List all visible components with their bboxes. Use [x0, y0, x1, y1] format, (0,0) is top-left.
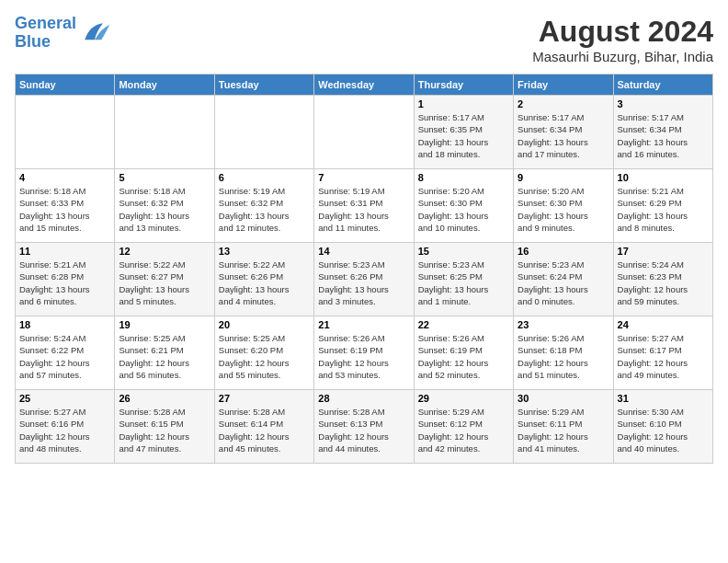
day-info: Sunrise: 5:28 AM Sunset: 6:14 PM Dayligh…	[219, 406, 310, 454]
day-cell: 21Sunrise: 5:26 AM Sunset: 6:19 PM Dayli…	[314, 316, 414, 390]
header-monday: Monday	[115, 75, 214, 96]
header-sunday: Sunday	[16, 75, 115, 96]
week-row-5: 25Sunrise: 5:27 AM Sunset: 6:16 PM Dayli…	[16, 390, 713, 464]
day-number: 27	[219, 393, 310, 404]
day-info: Sunrise: 5:26 AM Sunset: 6:18 PM Dayligh…	[518, 332, 609, 381]
header-thursday: Thursday	[414, 75, 513, 96]
title-block: August 2024 Masaurhi Buzurg, Bihar, Indi…	[532, 15, 713, 64]
day-info: Sunrise: 5:25 AM Sunset: 6:21 PM Dayligh…	[119, 332, 210, 381]
week-row-3: 11Sunrise: 5:21 AM Sunset: 6:28 PM Dayli…	[16, 243, 713, 316]
header-friday: Friday	[514, 75, 613, 96]
day-number: 11	[19, 246, 110, 257]
logo-text: General Blue	[15, 15, 76, 52]
day-number: 9	[518, 172, 609, 183]
day-cell: 19Sunrise: 5:25 AM Sunset: 6:21 PM Dayli…	[115, 316, 214, 390]
day-number: 8	[418, 172, 509, 183]
header-row: Sunday Monday Tuesday Wednesday Thursday…	[16, 75, 713, 96]
day-info: Sunrise: 5:22 AM Sunset: 6:27 PM Dayligh…	[119, 259, 210, 307]
day-cell: 16Sunrise: 5:23 AM Sunset: 6:24 PM Dayli…	[514, 243, 613, 316]
day-info: Sunrise: 5:17 AM Sunset: 6:34 PM Dayligh…	[618, 111, 709, 160]
day-cell: 11Sunrise: 5:21 AM Sunset: 6:28 PM Dayli…	[16, 243, 115, 316]
day-cell: 14Sunrise: 5:23 AM Sunset: 6:26 PM Dayli…	[314, 243, 414, 316]
day-info: Sunrise: 5:25 AM Sunset: 6:20 PM Dayligh…	[219, 332, 310, 381]
day-info: Sunrise: 5:20 AM Sunset: 6:30 PM Dayligh…	[418, 185, 509, 234]
day-number: 1	[418, 98, 509, 109]
calendar-subtitle: Masaurhi Buzurg, Bihar, India	[532, 49, 713, 64]
week-row-1: 1Sunrise: 5:17 AM Sunset: 6:35 PM Daylig…	[16, 96, 713, 169]
day-info: Sunrise: 5:30 AM Sunset: 6:10 PM Dayligh…	[618, 406, 709, 454]
day-number: 31	[618, 393, 709, 404]
day-info: Sunrise: 5:24 AM Sunset: 6:22 PM Dayligh…	[19, 332, 110, 381]
header-tuesday: Tuesday	[214, 75, 313, 96]
day-info: Sunrise: 5:17 AM Sunset: 6:34 PM Dayligh…	[518, 111, 609, 160]
day-cell: 31Sunrise: 5:30 AM Sunset: 6:10 PM Dayli…	[613, 390, 712, 464]
day-cell: 23Sunrise: 5:26 AM Sunset: 6:18 PM Dayli…	[514, 316, 613, 390]
day-number: 20	[219, 319, 310, 330]
day-number: 12	[119, 246, 210, 257]
logo: General Blue	[15, 15, 111, 52]
day-number: 13	[219, 246, 310, 257]
header-wednesday: Wednesday	[314, 75, 414, 96]
day-cell: 5Sunrise: 5:18 AM Sunset: 6:32 PM Daylig…	[115, 169, 214, 243]
day-cell	[115, 96, 214, 169]
day-info: Sunrise: 5:18 AM Sunset: 6:32 PM Dayligh…	[119, 185, 210, 234]
day-number: 3	[618, 98, 709, 109]
day-number: 24	[618, 319, 709, 330]
day-number: 29	[418, 393, 509, 404]
day-cell: 30Sunrise: 5:29 AM Sunset: 6:11 PM Dayli…	[514, 390, 613, 464]
day-cell: 27Sunrise: 5:28 AM Sunset: 6:14 PM Dayli…	[214, 390, 313, 464]
day-number: 5	[119, 172, 210, 183]
day-number: 16	[518, 246, 609, 257]
day-info: Sunrise: 5:18 AM Sunset: 6:33 PM Dayligh…	[19, 185, 110, 234]
day-number: 23	[518, 319, 609, 330]
day-number: 2	[518, 98, 609, 109]
day-info: Sunrise: 5:29 AM Sunset: 6:11 PM Dayligh…	[518, 406, 609, 454]
day-info: Sunrise: 5:19 AM Sunset: 6:31 PM Dayligh…	[318, 185, 409, 234]
day-cell: 18Sunrise: 5:24 AM Sunset: 6:22 PM Dayli…	[16, 316, 115, 390]
day-number: 21	[318, 319, 409, 330]
day-cell: 10Sunrise: 5:21 AM Sunset: 6:29 PM Dayli…	[613, 169, 712, 243]
day-info: Sunrise: 5:21 AM Sunset: 6:29 PM Dayligh…	[618, 185, 709, 234]
day-cell: 4Sunrise: 5:18 AM Sunset: 6:33 PM Daylig…	[16, 169, 115, 243]
day-number: 6	[219, 172, 310, 183]
day-cell: 22Sunrise: 5:26 AM Sunset: 6:19 PM Dayli…	[414, 316, 513, 390]
day-cell	[214, 96, 313, 169]
day-cell	[16, 96, 115, 169]
day-info: Sunrise: 5:26 AM Sunset: 6:19 PM Dayligh…	[418, 332, 509, 381]
day-info: Sunrise: 5:23 AM Sunset: 6:25 PM Dayligh…	[418, 259, 509, 307]
week-row-2: 4Sunrise: 5:18 AM Sunset: 6:33 PM Daylig…	[16, 169, 713, 243]
day-number: 14	[318, 246, 409, 257]
day-info: Sunrise: 5:26 AM Sunset: 6:19 PM Dayligh…	[318, 332, 409, 381]
logo-line1: General	[15, 14, 76, 32]
day-number: 15	[418, 246, 509, 257]
day-info: Sunrise: 5:28 AM Sunset: 6:13 PM Dayligh…	[318, 406, 409, 454]
day-cell: 26Sunrise: 5:28 AM Sunset: 6:15 PM Dayli…	[115, 390, 214, 464]
day-cell: 1Sunrise: 5:17 AM Sunset: 6:35 PM Daylig…	[414, 96, 513, 169]
day-number: 30	[518, 393, 609, 404]
day-info: Sunrise: 5:28 AM Sunset: 6:15 PM Dayligh…	[119, 406, 210, 454]
day-info: Sunrise: 5:20 AM Sunset: 6:30 PM Dayligh…	[518, 185, 609, 234]
calendar-title: August 2024	[532, 15, 713, 49]
day-cell: 29Sunrise: 5:29 AM Sunset: 6:12 PM Dayli…	[414, 390, 513, 464]
day-cell: 3Sunrise: 5:17 AM Sunset: 6:34 PM Daylig…	[613, 96, 712, 169]
day-number: 28	[318, 393, 409, 404]
day-number: 25	[19, 393, 110, 404]
day-number: 19	[119, 319, 210, 330]
day-cell: 9Sunrise: 5:20 AM Sunset: 6:30 PM Daylig…	[514, 169, 613, 243]
day-cell: 24Sunrise: 5:27 AM Sunset: 6:17 PM Dayli…	[613, 316, 712, 390]
day-cell: 8Sunrise: 5:20 AM Sunset: 6:30 PM Daylig…	[414, 169, 513, 243]
day-cell: 6Sunrise: 5:19 AM Sunset: 6:32 PM Daylig…	[214, 169, 313, 243]
day-number: 10	[618, 172, 709, 183]
calendar-table: Sunday Monday Tuesday Wednesday Thursday…	[15, 74, 713, 464]
day-number: 18	[19, 319, 110, 330]
day-info: Sunrise: 5:23 AM Sunset: 6:24 PM Dayligh…	[518, 259, 609, 307]
day-info: Sunrise: 5:27 AM Sunset: 6:17 PM Dayligh…	[618, 332, 709, 381]
day-cell: 13Sunrise: 5:22 AM Sunset: 6:26 PM Dayli…	[214, 243, 313, 316]
day-number: 26	[119, 393, 210, 404]
day-number: 17	[618, 246, 709, 257]
week-row-4: 18Sunrise: 5:24 AM Sunset: 6:22 PM Dayli…	[16, 316, 713, 390]
day-info: Sunrise: 5:24 AM Sunset: 6:23 PM Dayligh…	[618, 259, 709, 307]
day-info: Sunrise: 5:21 AM Sunset: 6:28 PM Dayligh…	[19, 259, 110, 307]
day-cell: 12Sunrise: 5:22 AM Sunset: 6:27 PM Dayli…	[115, 243, 214, 316]
day-info: Sunrise: 5:22 AM Sunset: 6:26 PM Dayligh…	[219, 259, 310, 307]
